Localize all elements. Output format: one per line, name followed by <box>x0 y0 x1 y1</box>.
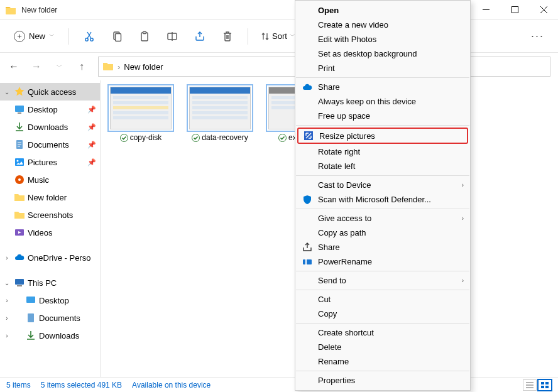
svg-rect-27 <box>545 382 549 384</box>
separator <box>296 323 469 324</box>
rename-button[interactable] <box>160 25 185 48</box>
paste-button[interactable] <box>132 25 157 48</box>
sidebar-item-screenshots[interactable]: Screenshots <box>0 206 100 224</box>
separator <box>296 175 469 176</box>
ctx-rotate-right[interactable]: Rotate right <box>295 144 470 159</box>
sidebar-item-music[interactable]: Music <box>0 171 100 188</box>
separator <box>296 271 469 271</box>
check-icon <box>120 134 128 142</box>
back-button[interactable]: ← <box>4 57 24 77</box>
shield-icon <box>302 194 313 205</box>
sidebar-pc-downloads[interactable]: ›Downloads <box>0 327 100 344</box>
ctx-shortcut[interactable]: Create shortcut <box>295 325 470 340</box>
sidebar-pc-desktop[interactable]: ›Desktop <box>0 291 100 309</box>
maximize-button[interactable] <box>500 0 529 20</box>
thumbnails-view-button[interactable] <box>538 379 552 391</box>
ctx-give-access[interactable]: Give access to› <box>295 211 470 226</box>
ctx-keep-device[interactable]: Always keep on this device <box>295 94 470 109</box>
ctx-print[interactable]: Print <box>295 61 470 75</box>
ctx-copy-path[interactable]: Copy as path <box>295 226 470 240</box>
file-item[interactable]: copy-disk <box>107 87 175 142</box>
pin-icon: 📌 <box>87 123 96 131</box>
sidebar-item-newfolder[interactable]: New folder <box>0 188 100 206</box>
svg-rect-16 <box>15 279 24 285</box>
ctx-properties[interactable]: Properties <box>295 373 470 388</box>
sidebar-item-label: Desktop <box>28 105 58 114</box>
ctx-defender[interactable]: Scan with Microsoft Defender... <box>295 192 470 207</box>
svg-rect-8 <box>15 106 24 112</box>
ctx-share2[interactable]: Share <box>295 240 470 254</box>
ctx-delete[interactable]: Delete <box>295 340 470 354</box>
sort-button[interactable]: Sort ﹀ <box>256 28 300 44</box>
folder-icon <box>5 4 16 16</box>
context-menu: Open Create a new video Edit with Photos… <box>295 0 471 391</box>
pin-icon: 📌 <box>87 106 96 114</box>
title-bar: New folder <box>0 0 558 20</box>
ctx-edit-photos[interactable]: Edit with Photos <box>295 32 470 46</box>
separator <box>248 28 248 45</box>
svg-rect-24 <box>303 259 312 264</box>
pin-icon: 📌 <box>87 158 96 166</box>
ctx-new-video[interactable]: Create a new video <box>295 18 470 32</box>
downloads-icon <box>25 330 36 341</box>
svg-point-1 <box>85 38 88 40</box>
cut-button[interactable] <box>77 25 102 48</box>
status-bar: 5 items 5 items selected 491 KB Availabl… <box>0 377 558 392</box>
sidebar-this-pc[interactable]: ⌄This PC <box>0 274 100 291</box>
sidebar-item-downloads[interactable]: Downloads📌 <box>0 118 100 136</box>
new-button[interactable]: + New ﹀ <box>8 28 61 45</box>
separator <box>296 125 469 126</box>
plus-icon: + <box>14 31 25 42</box>
details-view-button[interactable] <box>523 379 537 391</box>
recent-button[interactable]: ﹀ <box>49 57 69 77</box>
ctx-cast[interactable]: Cast to Device› <box>295 178 470 192</box>
file-thumbnail <box>110 87 172 129</box>
ctx-rename[interactable]: Rename <box>295 354 470 369</box>
svg-rect-11 <box>15 158 24 166</box>
status-item-count[interactable]: 5 items <box>6 381 31 389</box>
close-button[interactable] <box>529 0 558 20</box>
status-selection[interactable]: 5 items selected 491 KB <box>41 381 122 389</box>
more-button[interactable]: ··· <box>525 30 550 43</box>
check-icon <box>278 134 287 142</box>
sidebar-item-desktop[interactable]: Desktop📌 <box>0 101 100 118</box>
sidebar-quick-access[interactable]: ⌄ Quick access <box>0 83 100 101</box>
sidebar-item-label: Music <box>28 175 49 185</box>
separator <box>296 209 469 209</box>
ctx-share[interactable]: Share <box>295 80 470 94</box>
chevron-right-icon: › <box>3 315 11 322</box>
ctx-open[interactable]: Open <box>295 3 470 18</box>
ctx-send-to[interactable]: Send to› <box>295 273 470 288</box>
delete-button[interactable] <box>215 25 240 48</box>
ctx-powerrename[interactable]: PowerRename <box>295 254 470 269</box>
ctx-copy[interactable]: Copy <box>295 307 470 321</box>
toolbar: + New ﹀ Sort ﹀ ··· <box>0 20 558 53</box>
minimize-button[interactable] <box>471 0 500 20</box>
cloud-icon <box>14 252 25 263</box>
chevron-right-icon: › <box>462 277 464 284</box>
sidebar-onedrive[interactable]: ›OneDrive - Perso <box>0 249 100 266</box>
sidebar-item-label: Downloads <box>28 122 68 132</box>
up-button[interactable]: ↑ <box>72 57 92 77</box>
copy-button[interactable] <box>104 25 129 48</box>
ctx-rotate-left[interactable]: Rotate left <box>295 159 470 173</box>
svg-point-12 <box>17 160 19 162</box>
ctx-cut[interactable]: Cut <box>295 292 470 307</box>
folder-icon <box>14 192 25 203</box>
breadcrumb-segment[interactable]: New folder <box>124 62 163 72</box>
file-item[interactable]: data-recovery <box>186 87 254 142</box>
sidebar-item-videos[interactable]: Videos <box>0 224 100 241</box>
ctx-free-space[interactable]: Free up space <box>295 109 470 123</box>
sidebar-item-documents[interactable]: Documents📌 <box>0 136 100 153</box>
ctx-resize-pictures[interactable]: Resize pictures <box>297 128 468 144</box>
status-availability[interactable]: Available on this device <box>132 381 211 389</box>
ctx-set-background[interactable]: Set as desktop background <box>295 46 470 61</box>
sidebar-item-pictures[interactable]: Pictures📌 <box>0 153 100 171</box>
sidebar-item-label: Videos <box>28 228 53 237</box>
sidebar-pc-documents[interactable]: ›Documents <box>0 309 100 327</box>
forward-button[interactable]: → <box>26 57 46 77</box>
share-button[interactable] <box>187 25 212 48</box>
videos-icon <box>14 227 25 238</box>
new-label: New <box>29 31 45 41</box>
chevron-right-icon: › <box>462 182 464 188</box>
